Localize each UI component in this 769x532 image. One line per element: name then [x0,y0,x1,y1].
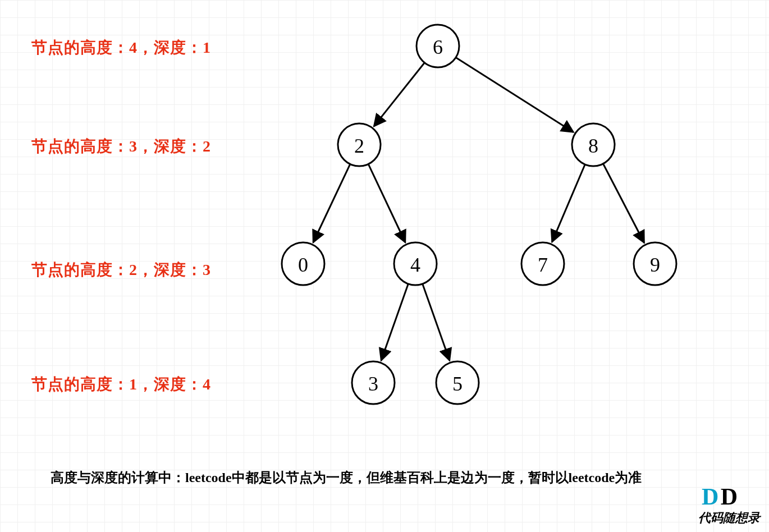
tree-node-value: 3 [368,373,378,395]
tree-node-value: 8 [588,135,598,157]
tree-edge [423,284,450,361]
tree-node-value: 9 [650,254,660,276]
tree-node: 3 [352,361,395,404]
tree-node-value: 2 [354,135,364,157]
tree-edge [603,164,644,243]
tree-node: 0 [282,242,324,285]
watermark-brand-text: 代码随想录 [698,510,760,526]
tree-edge [374,63,424,126]
tree-edge [552,164,585,242]
tree-node: 8 [572,123,615,166]
tree-node-value: 0 [298,254,308,276]
tree-node-value: 7 [538,254,548,276]
tree-diagram: 628047935 [0,0,769,532]
tree-node-value: 6 [433,36,443,58]
tree-nodes: 628047935 [282,25,676,404]
tree-node: 7 [521,242,564,285]
tree-node-value: 4 [410,254,420,276]
tree-edge [381,284,408,361]
tree-edges [313,57,644,360]
watermark-logo-icon: DD [698,485,760,508]
watermark: DD 代码随想录 [698,485,760,526]
tree-node: 2 [338,123,381,166]
tree-node: 9 [634,242,676,285]
tree-node: 6 [416,25,459,67]
tree-edge [368,164,405,242]
tree-edge [313,164,350,242]
diagram-layer: 节点的高度：4，深度：1 节点的高度：3，深度：2 节点的高度：2，深度：3 节… [0,0,769,532]
tree-node: 5 [436,361,479,404]
tree-edge [456,57,574,132]
tree-node-value: 5 [452,373,463,395]
tree-node: 4 [394,242,437,285]
